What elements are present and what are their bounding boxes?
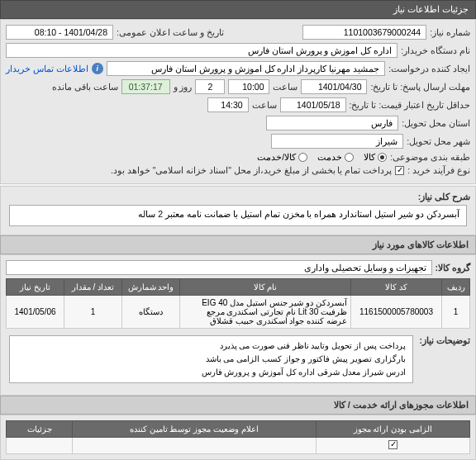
validity-time: 14:30 <box>207 97 249 112</box>
licenses-header-row: الزامی بودن ارائه مجوز اعلام وضعیت مجوز … <box>7 421 470 438</box>
contact-buyer-link[interactable]: اطلاعات تماس خریدار <box>6 64 88 74</box>
buyer-label: نام دستگاه خریدار: <box>401 45 470 55</box>
remaining-label: ساعت باقی مانده <box>52 82 118 92</box>
radio-service[interactable] <box>345 153 354 162</box>
city-label: شهر محل تحویل: <box>407 136 470 146</box>
deadline-time: 10:00 <box>228 79 269 94</box>
group-value: تجهیزات و وسایل تحصیلی واداری <box>6 260 432 275</box>
info-icon[interactable]: i <box>92 63 103 74</box>
col-idx: ردیف <box>442 279 470 296</box>
radio-both[interactable] <box>298 153 307 162</box>
requester-label: ایجاد کننده درخواست: <box>388 64 470 74</box>
need-number-value: 1101003679000244 <box>302 25 426 40</box>
cell-idx: 1 <box>442 296 470 329</box>
radio-service-label: خدمت <box>317 152 342 162</box>
announce-label: تاریخ و ساعت اعلان عمومی: <box>117 27 224 37</box>
col-code: کد کالا <box>351 279 442 296</box>
lic-col-3: جزئیات <box>7 421 73 438</box>
process-checkbox[interactable] <box>395 166 404 175</box>
radio-goods[interactable] <box>378 153 387 162</box>
category-radio-group: کالا خدمت کالا/خدمت <box>257 152 387 162</box>
license-required-checkbox[interactable] <box>388 440 397 449</box>
col-name: نام کالا <box>180 279 351 296</box>
radio-both-label: کالا/خدمت <box>257 152 296 162</box>
validity-date: 1401/05/18 <box>280 97 346 112</box>
cell-code: 1161500005780003 <box>351 296 442 329</box>
cell-qty: 1 <box>64 296 122 329</box>
deadline-date: 1401/04/30 <box>301 79 367 94</box>
items-section: گروه کالا: تجهیزات و وسایل تحصیلی واداری… <box>0 254 476 396</box>
items-table: ردیف کد کالا نام کالا واحد شمارش تعداد /… <box>6 278 470 329</box>
deadline-label: مهلت ارسال پاسخ: تا تاریخ: <box>370 82 470 92</box>
col-date: تاریخ نیاز <box>7 279 64 296</box>
announce-value: 1401/04/28 - 08:10 <box>6 25 113 40</box>
time-label-2: ساعت <box>252 100 277 110</box>
lic-cell-1 <box>316 438 469 454</box>
radio-goods-label: کالا <box>364 152 375 162</box>
licenses-section: الزامی بودن ارائه مجوز اعلام وضعیت مجوز … <box>0 415 476 460</box>
time-label-1: ساعت <box>273 82 298 92</box>
cell-unit: دستگاه <box>122 296 180 329</box>
process-note: پرداخت تمام یا بخشی از مبلغ خرید،از محل … <box>111 165 392 175</box>
process-label: نوع فرآیند خرید : <box>407 165 470 175</box>
group-label: گروه کالا: <box>436 263 470 273</box>
col-qty: تعداد / مقدار <box>64 279 122 296</box>
validity-label: حداقل تاریخ اعتبار قیمت: تا تاریخ: <box>350 100 470 110</box>
countdown-timer: 01:37:17 <box>121 79 170 94</box>
table-row: 1 1161500005780003 آبسردکن دو شیر جنس اس… <box>7 296 470 329</box>
description-value: آبسردکن دو شیر استیل استاندارد همراه با … <box>9 205 467 226</box>
section-header-need-details: جزئیات اطلاعات نیاز <box>0 0 476 19</box>
category-label: طبقه بندی موضوعی: <box>390 152 470 162</box>
table-header-row: ردیف کد کالا نام کالا واحد شمارش تعداد /… <box>7 279 470 296</box>
cell-name: آبسردکن دو شیر جنس استیل مدل EIG 40 ظرفی… <box>180 296 351 329</box>
province-value: فارس <box>266 116 398 130</box>
buyer-value: اداره کل اموزش و پرورش استان فارس <box>6 43 397 58</box>
description-section: شرح کلی نیاز: آبسردکن دو شیر استیل استان… <box>0 186 476 235</box>
requester-value: جمشید مهرنیا کارپرداز اداره کل اموزش و پ… <box>107 61 385 76</box>
days-remaining: 2 <box>195 79 225 94</box>
form-section: شماره نیاز: 1101003679000244 تاریخ و ساع… <box>0 19 476 184</box>
notes-label: توضیحات نیاز: <box>420 332 470 345</box>
description-label: شرح کلی نیاز: <box>418 192 470 202</box>
notes-value: پرداخت پس از تحویل وتایید ناظر فنی صورت … <box>9 335 413 383</box>
city-value: شیراز <box>271 134 403 149</box>
province-label: استان محل تحویل: <box>402 118 470 128</box>
days-label: روز و <box>174 82 193 92</box>
lic-cell-3 <box>7 438 73 454</box>
lic-cell-2 <box>73 438 317 454</box>
licenses-table: الزامی بودن ارائه مجوز اعلام وضعیت مجوز … <box>6 420 470 454</box>
lic-col-2: اعلام وضعیت مجوز توسط تامین کننده <box>73 421 317 438</box>
need-number-label: شماره نیاز: <box>430 27 470 37</box>
cell-date: 1401/05/06 <box>7 296 64 329</box>
main-container: جزئیات اطلاعات نیاز شماره نیاز: 11010036… <box>0 0 476 460</box>
lic-col-1: الزامی بودن ارائه مجوز <box>316 421 469 438</box>
licenses-row <box>7 438 470 454</box>
col-unit: واحد شمارش <box>122 279 180 296</box>
licenses-header: اطلاعات مجوزهای ارائه خدمت / کالا <box>0 396 476 415</box>
items-header: اطلاعات کالاهای مورد نیاز <box>0 235 476 254</box>
